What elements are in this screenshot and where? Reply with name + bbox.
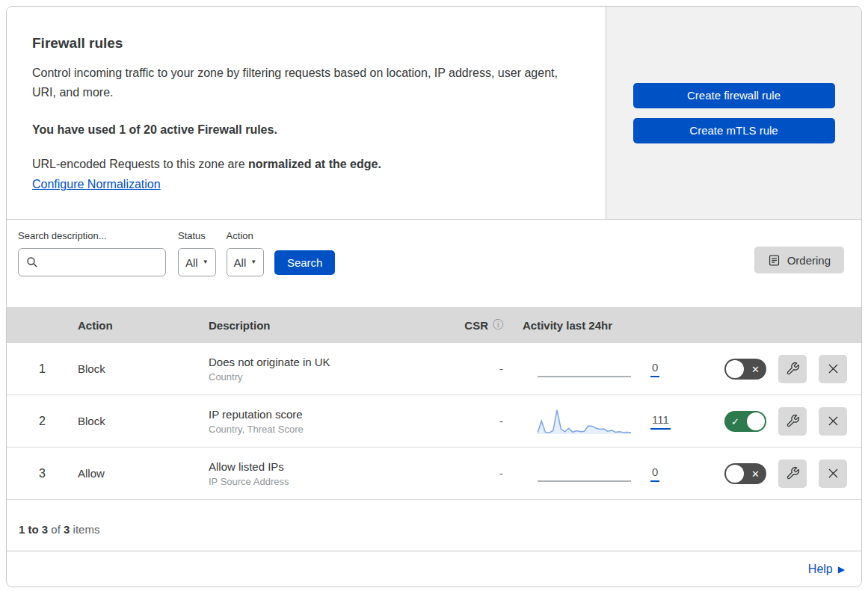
toggle-knob	[726, 465, 744, 483]
create-firewall-rule-button[interactable]: Create firewall rule	[633, 83, 835, 108]
help-link[interactable]: Help ▶	[808, 563, 845, 576]
edit-rule-button[interactable]	[778, 407, 807, 436]
status-filter-value: All	[185, 256, 198, 269]
rule-description: IP reputation score	[209, 408, 437, 421]
toggle-off-x-icon: ✕	[751, 364, 760, 374]
rule-enabled-toggle[interactable]: ✓	[724, 411, 766, 432]
delete-rule-button[interactable]	[819, 355, 847, 383]
activity-column-header: Activity last 24hr	[523, 319, 713, 332]
help-bar: Help ▶	[7, 551, 861, 587]
description-column-header: Description	[209, 319, 437, 332]
pagination-summary: 1 to 3 of 3 items	[7, 500, 861, 551]
rule-csr: -	[437, 415, 523, 427]
toggle-knob	[726, 360, 744, 378]
info-icon[interactable]: ⓘ	[493, 318, 503, 332]
rule-priority: 3	[7, 467, 78, 480]
ordering-button-label: Ordering	[787, 254, 831, 267]
close-icon	[826, 466, 840, 480]
rule-action: Allow	[78, 467, 209, 480]
activity-count-link[interactable]: 0	[650, 465, 659, 482]
list-icon	[768, 254, 781, 267]
page-title: Firewall rules	[32, 35, 576, 52]
toggle-off-x-icon: ✕	[751, 468, 760, 478]
rule-priority: 1	[7, 362, 78, 376]
chevron-down-icon: ▼	[250, 259, 256, 265]
action-column-header: Action	[78, 319, 209, 332]
configure-normalization-link[interactable]: Configure Normalization	[32, 178, 161, 191]
table-row: 3 Allow Allow listed IPs IP Source Addre…	[7, 448, 861, 500]
wrench-icon	[786, 466, 800, 480]
search-button[interactable]: Search	[274, 250, 335, 275]
rule-description: Does not originate in UK	[209, 356, 437, 368]
rule-csr: -	[437, 467, 523, 480]
chevron-down-icon: ▼	[203, 259, 209, 265]
actions-panel: Create firewall rule Create mTLS rule	[606, 7, 861, 219]
search-box	[18, 248, 166, 276]
normalization-text: URL-encoded Requests to this zone are	[32, 158, 248, 170]
action-label: Action	[227, 230, 265, 241]
toggle-on-check-icon: ✓	[731, 416, 739, 426]
table-row: 2 Block IP reputation score Country, Thr…	[7, 395, 861, 448]
rule-fields: IP Source Address	[209, 476, 437, 487]
toggle-knob	[747, 412, 765, 430]
close-icon	[826, 414, 840, 428]
wrench-icon	[786, 362, 800, 376]
wrench-icon	[786, 414, 800, 428]
csr-column-header: CSRⓘ	[437, 318, 523, 332]
arrow-right-icon: ▶	[838, 564, 845, 575]
action-filter-select[interactable]: All ▼	[227, 248, 265, 276]
rule-enabled-toggle[interactable]: ✕	[724, 463, 766, 484]
filter-bar: Search description... Status All ▼ Actio…	[7, 220, 861, 307]
delete-rule-button[interactable]	[819, 460, 847, 488]
items-range: 1 to 3	[19, 523, 48, 536]
intro-panel: Firewall rules Control incoming traffic …	[7, 7, 606, 219]
action-filter-value: All	[234, 256, 247, 269]
table-header: Action Description CSRⓘ Activity last 24…	[7, 307, 861, 343]
status-label: Status	[178, 230, 216, 241]
rule-action: Block	[78, 362, 209, 375]
delete-rule-button[interactable]	[819, 407, 847, 436]
search-label: Search description...	[18, 230, 166, 241]
normalization-bold: normalized at the edge.	[248, 158, 381, 170]
activity-count-link[interactable]: 0	[650, 361, 659, 377]
rule-csr: -	[437, 362, 523, 375]
status-filter-select[interactable]: All ▼	[178, 248, 216, 276]
create-mtls-rule-button[interactable]: Create mTLS rule	[633, 118, 835, 143]
activity-sparkline-flat	[538, 354, 631, 384]
usage-summary: You have used 1 of 20 active Firewall ru…	[32, 123, 576, 137]
rule-fields: Country	[209, 371, 437, 383]
table-row: 1 Block Does not originate in UK Country…	[7, 343, 861, 395]
page-description: Control incoming traffic to your zone by…	[32, 64, 570, 102]
activity-sparkline	[538, 406, 631, 436]
edit-rule-button[interactable]	[778, 460, 807, 488]
ordering-button[interactable]: Ordering	[754, 247, 844, 273]
top-section: Firewall rules Control incoming traffic …	[7, 7, 861, 220]
rule-description: Allow listed IPs	[209, 460, 437, 473]
rule-action: Block	[78, 415, 209, 427]
rule-fields: Country, Threat Score	[209, 424, 437, 435]
edit-rule-button[interactable]	[778, 355, 807, 383]
normalization-note: URL-encoded Requests to this zone are no…	[32, 158, 576, 171]
close-icon	[826, 362, 840, 376]
activity-sparkline-flat	[538, 459, 631, 489]
rule-priority: 2	[7, 415, 78, 428]
activity-count-link[interactable]: 111	[650, 413, 671, 430]
firewall-rules-panel: Firewall rules Control incoming traffic …	[6, 6, 862, 587]
search-input[interactable]	[43, 256, 158, 268]
rule-enabled-toggle[interactable]: ✕	[724, 359, 766, 380]
search-icon	[26, 256, 38, 268]
